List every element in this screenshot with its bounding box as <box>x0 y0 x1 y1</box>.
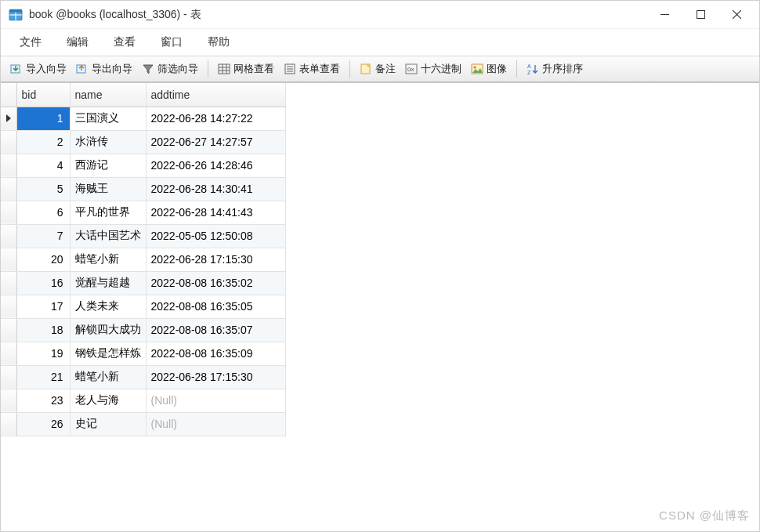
table-row[interactable]: 16觉醒与超越2022-08-08 16:35:02 <box>1 271 285 295</box>
cell-addtime[interactable]: 2022-06-28 14:30:41 <box>146 177 285 201</box>
menu-help[interactable]: 帮助 <box>195 31 242 54</box>
row-marker[interactable] <box>1 130 16 154</box>
cell-bid[interactable]: 23 <box>16 389 70 412</box>
cell-bid[interactable]: 2 <box>16 130 70 154</box>
cell-bid[interactable]: 17 <box>16 295 70 318</box>
cell-bid[interactable]: 5 <box>16 177 70 201</box>
table-row[interactable]: 19钢铁是怎样炼2022-08-08 16:35:09 <box>1 342 285 365</box>
cell-addtime[interactable]: (Null) <box>146 412 285 436</box>
cell-name[interactable]: 老人与海 <box>70 389 146 412</box>
maximize-button[interactable] <box>682 3 718 27</box>
cell-name[interactable]: 钢铁是怎样炼 <box>70 342 146 365</box>
data-grid[interactable]: bid name addtime 1三国演义2022-06-28 14:27:2… <box>1 82 759 531</box>
image-label: 图像 <box>487 62 507 76</box>
cell-name[interactable]: 西游记 <box>70 154 146 177</box>
cell-addtime[interactable]: 2022-06-28 17:15:30 <box>146 248 285 271</box>
table-row[interactable]: 2水浒传2022-06-27 14:27:57 <box>1 130 285 154</box>
column-header-bid[interactable]: bid <box>16 83 70 107</box>
close-button[interactable] <box>718 3 755 27</box>
row-marker[interactable] <box>1 107 16 130</box>
table-row[interactable]: 7大话中国艺术2022-05-05 12:50:08 <box>1 224 285 248</box>
cell-addtime[interactable]: 2022-06-27 14:27:57 <box>146 130 285 154</box>
cell-name[interactable]: 平凡的世界 <box>70 201 146 224</box>
row-marker[interactable] <box>1 389 16 412</box>
cell-bid[interactable]: 6 <box>16 201 70 224</box>
table-row[interactable]: 1三国演义2022-06-28 14:27:22 <box>1 107 285 130</box>
row-marker[interactable] <box>1 271 16 295</box>
cell-addtime[interactable]: 2022-08-08 16:35:07 <box>146 318 285 342</box>
table-row[interactable]: 4西游记2022-06-26 14:28:46 <box>1 154 285 177</box>
filter-wizard-button[interactable]: 筛选向导 <box>137 60 203 78</box>
cell-bid[interactable]: 1 <box>16 107 70 130</box>
row-marker[interactable] <box>1 177 16 201</box>
cell-name[interactable]: 解锁四大成功 <box>70 318 146 342</box>
cell-addtime[interactable]: 2022-06-28 17:15:30 <box>146 365 285 389</box>
minimize-button[interactable] <box>646 3 682 27</box>
cell-addtime[interactable]: 2022-05-05 12:50:08 <box>146 224 285 248</box>
row-marker[interactable] <box>1 295 16 318</box>
table-row[interactable]: 21蜡笔小新2022-06-28 17:15:30 <box>1 365 285 389</box>
cell-bid[interactable]: 4 <box>16 154 70 177</box>
sort-asc-button[interactable]: AZ 升序排序 <box>522 60 588 78</box>
memo-button[interactable]: 备注 <box>355 60 400 78</box>
grid-view-label: 网格查看 <box>233 62 274 76</box>
row-marker-header[interactable] <box>1 83 16 107</box>
row-marker[interactable] <box>1 342 16 365</box>
cell-name[interactable]: 三国演义 <box>70 107 146 130</box>
cell-bid[interactable]: 19 <box>16 342 70 365</box>
cell-addtime[interactable]: 2022-06-28 14:27:22 <box>146 107 285 130</box>
row-marker[interactable] <box>1 224 16 248</box>
column-header-name[interactable]: name <box>70 83 146 107</box>
filter-icon <box>142 63 154 75</box>
cell-bid[interactable]: 7 <box>16 224 70 248</box>
cell-name[interactable]: 史记 <box>70 412 146 436</box>
cell-name[interactable]: 人类未来 <box>70 295 146 318</box>
row-marker[interactable] <box>1 154 16 177</box>
cell-bid[interactable]: 20 <box>16 248 70 271</box>
row-marker[interactable] <box>1 201 16 224</box>
menu-window[interactable]: 窗口 <box>148 31 195 54</box>
cell-addtime[interactable]: 2022-06-26 14:28:46 <box>146 154 285 177</box>
export-icon <box>76 63 89 75</box>
cell-name[interactable]: 觉醒与超越 <box>70 271 146 295</box>
cell-name[interactable]: 海贼王 <box>70 177 146 201</box>
table-row[interactable]: 5海贼王2022-06-28 14:30:41 <box>1 177 285 201</box>
grid-view-button[interactable]: 网格查看 <box>213 60 279 78</box>
row-marker[interactable] <box>1 412 16 436</box>
table-row[interactable]: 26史记(Null) <box>1 412 285 436</box>
import-wizard-button[interactable]: 导入向导 <box>5 60 71 78</box>
svg-point-23 <box>474 67 476 69</box>
cell-addtime[interactable]: 2022-08-08 16:35:02 <box>146 271 285 295</box>
menu-edit[interactable]: 编辑 <box>54 31 101 54</box>
cell-addtime[interactable]: (Null) <box>146 389 285 412</box>
filter-wizard-label: 筛选向导 <box>157 62 198 76</box>
cell-name[interactable]: 蜡笔小新 <box>70 248 146 271</box>
form-view-button[interactable]: 表单查看 <box>279 60 345 78</box>
menu-view[interactable]: 查看 <box>101 31 148 54</box>
cell-bid[interactable]: 21 <box>16 365 70 389</box>
table-row[interactable]: 23老人与海(Null) <box>1 389 285 412</box>
hex-button[interactable]: 0x 十六进制 <box>400 60 466 78</box>
cell-addtime[interactable]: 2022-08-08 16:35:09 <box>146 342 285 365</box>
cell-name[interactable]: 蜡笔小新 <box>70 365 146 389</box>
row-marker[interactable] <box>1 365 16 389</box>
sort-asc-label: 升序排序 <box>542 62 583 76</box>
row-marker[interactable] <box>1 248 16 271</box>
cell-addtime[interactable]: 2022-08-08 16:35:05 <box>146 295 285 318</box>
cell-bid[interactable]: 16 <box>16 271 70 295</box>
cell-addtime[interactable]: 2022-06-28 14:41:43 <box>146 201 285 224</box>
cell-name[interactable]: 大话中国艺术 <box>70 224 146 248</box>
export-wizard-button[interactable]: 导出向导 <box>71 60 137 78</box>
cell-bid[interactable]: 18 <box>16 318 70 342</box>
menu-file[interactable]: 文件 <box>7 31 54 54</box>
cell-bid[interactable]: 26 <box>16 412 70 436</box>
row-marker[interactable] <box>1 318 16 342</box>
table-row[interactable]: 17人类未来2022-08-08 16:35:05 <box>1 295 285 318</box>
column-header-addtime[interactable]: addtime <box>146 83 285 107</box>
cell-name[interactable]: 水浒传 <box>70 130 146 154</box>
image-button[interactable]: 图像 <box>466 60 512 78</box>
table-row[interactable]: 18解锁四大成功2022-08-08 16:35:07 <box>1 318 285 342</box>
table-row[interactable]: 6平凡的世界2022-06-28 14:41:43 <box>1 201 285 224</box>
hex-icon: 0x <box>405 63 418 75</box>
table-row[interactable]: 20蜡笔小新2022-06-28 17:15:30 <box>1 248 285 271</box>
